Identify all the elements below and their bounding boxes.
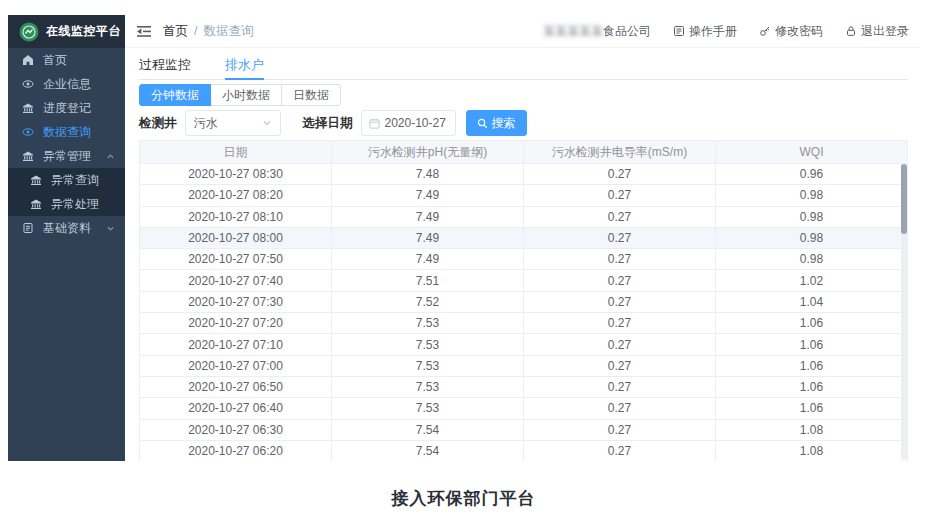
table-row[interactable]: 2020-10-27 06:20 7.54 0.27 1.08 [140, 440, 908, 461]
cell-conductivity: 0.27 [524, 249, 716, 270]
cell-ph: 7.52 [332, 291, 524, 312]
cell-conductivity: 0.27 [524, 206, 716, 227]
cell-conductivity: 0.27 [524, 164, 716, 185]
table-row[interactable]: 2020-10-27 06:50 7.53 0.27 1.06 [140, 376, 908, 397]
cell-ph: 7.51 [332, 270, 524, 291]
table-row[interactable]: 2020-10-27 07:10 7.53 0.27 1.06 [140, 334, 908, 355]
table-row[interactable]: 2020-10-27 08:10 7.49 0.27 0.98 [140, 206, 908, 227]
cell-date: 2020-10-27 06:20 [140, 440, 332, 461]
search-button[interactable]: 搜索 [466, 110, 527, 136]
cell-ph: 7.49 [332, 185, 524, 206]
filter-bar: 检测井 污水 选择日期 2020-10-27 [139, 110, 908, 136]
table-row[interactable]: 2020-10-27 07:30 7.52 0.27 1.04 [140, 291, 908, 312]
table-row[interactable]: 2020-10-27 06:40 7.53 0.27 1.06 [140, 398, 908, 419]
cell-date: 2020-10-27 06:40 [140, 398, 332, 419]
cell-wqi: 1.06 [716, 313, 908, 334]
hour-data-button[interactable]: 小时数据 [210, 84, 282, 106]
cell-ph: 7.48 [332, 164, 524, 185]
date-label: 选择日期 [303, 115, 353, 132]
table-row[interactable]: 2020-10-27 07:20 7.53 0.27 1.06 [140, 313, 908, 334]
well-label: 检测井 [139, 115, 177, 132]
table-row[interactable]: 2020-10-27 07:50 7.49 0.27 0.98 [140, 249, 908, 270]
cell-date: 2020-10-27 08:10 [140, 206, 332, 227]
sidebar-item-basic-data[interactable]: 基础资料 [8, 216, 125, 240]
sidebar-item-exception-query[interactable]: 异常查询 [8, 168, 125, 192]
cell-wqi: 1.02 [716, 270, 908, 291]
table-scrollbar-thumb[interactable] [901, 164, 907, 234]
cell-ph: 7.54 [332, 419, 524, 440]
cell-wqi: 1.04 [716, 291, 908, 312]
sidebar-item-home[interactable]: 首页 [8, 48, 125, 72]
sidebar-item-progress[interactable]: 进度登记 [8, 96, 125, 120]
cell-date: 2020-10-27 07:10 [140, 334, 332, 355]
breadcrumb-separator: / [194, 24, 197, 38]
sidebar-fold-icon[interactable] [137, 25, 151, 38]
cell-wqi: 0.98 [716, 185, 908, 206]
table-row[interactable]: 2020-10-27 08:30 7.48 0.27 0.96 [140, 164, 908, 185]
cell-wqi: 0.98 [716, 249, 908, 270]
cell-wqi: 1.06 [716, 355, 908, 376]
main-area: 首页/数据查询 某某某某某食品公司 操作手册 [125, 15, 919, 461]
tab-drainage-user[interactable]: 排水户 [225, 56, 264, 80]
sidebar-item-data-query[interactable]: 数据查询 [8, 120, 125, 144]
logo-bar: 在线监控平台 [8, 15, 125, 48]
cell-conductivity: 0.27 [524, 419, 716, 440]
sidebar-item-exception-mgmt[interactable]: 异常管理 [8, 144, 125, 168]
column-header-date: 日期 [140, 141, 332, 164]
company-name: 某某某某某食品公司 [543, 23, 651, 40]
home-icon [22, 54, 34, 66]
tabs: 过程监控 排水户 [139, 56, 908, 80]
breadcrumb-current: 数据查询 [203, 24, 253, 38]
date-input[interactable]: 2020-10-27 [361, 110, 456, 136]
search-icon [477, 118, 488, 129]
table-scrollbar-track[interactable] [901, 164, 907, 460]
cell-date: 2020-10-27 08:00 [140, 227, 332, 248]
manual-link[interactable]: 操作手册 [673, 23, 737, 40]
sidebar-item-label: 进度登记 [43, 100, 91, 117]
change-password-label: 修改密码 [775, 23, 823, 40]
cell-conductivity: 0.27 [524, 440, 716, 461]
sidebar-item-label: 首页 [43, 52, 67, 69]
breadcrumb-home[interactable]: 首页 [163, 24, 188, 38]
tab-process-monitoring[interactable]: 过程监控 [139, 56, 191, 80]
breadcrumb: 首页/数据查询 [163, 23, 253, 40]
calendar-icon [369, 118, 380, 129]
table-body: 2020-10-27 08:30 7.48 0.27 0.96 2020-10-… [140, 164, 908, 462]
table-row[interactable]: 2020-10-27 07:00 7.53 0.27 1.06 [140, 355, 908, 376]
manual-label: 操作手册 [689, 23, 737, 40]
app-window: 在线监控平台 首页 企业信息 [8, 15, 919, 461]
cell-wqi: 0.96 [716, 164, 908, 185]
table-row[interactable]: 2020-10-27 06:30 7.54 0.27 1.08 [140, 419, 908, 440]
cell-date: 2020-10-27 06:50 [140, 376, 332, 397]
sidebar: 在线监控平台 首页 企业信息 [8, 15, 125, 461]
granularity-group: 分钟数据 小时数据 日数据 [139, 84, 341, 106]
logout-link[interactable]: 退出登录 [845, 23, 909, 40]
cell-date: 2020-10-27 07:40 [140, 270, 332, 291]
well-select[interactable]: 污水 [185, 110, 281, 136]
day-data-button[interactable]: 日数据 [281, 84, 341, 106]
table-row[interactable]: 2020-10-27 07:40 7.51 0.27 1.02 [140, 270, 908, 291]
cell-wqi: 1.06 [716, 334, 908, 355]
sidebar-item-company-info[interactable]: 企业信息 [8, 72, 125, 96]
cell-ph: 7.53 [332, 334, 524, 355]
cell-ph: 7.49 [332, 249, 524, 270]
cell-ph: 7.49 [332, 227, 524, 248]
sidebar-item-label: 数据查询 [43, 124, 91, 141]
cell-wqi: 1.06 [716, 398, 908, 419]
table-row[interactable]: 2020-10-27 08:00 7.49 0.27 0.98 [140, 227, 908, 248]
cell-date: 2020-10-27 06:30 [140, 419, 332, 440]
data-table: 日期 污水检测井pH(无量纲) 污水检测井电导率(mS/m) WQI 2020-… [139, 140, 908, 461]
table-row[interactable]: 2020-10-27 08:20 7.49 0.27 0.98 [140, 185, 908, 206]
cell-conductivity: 0.27 [524, 398, 716, 419]
column-header-wqi: WQI [716, 141, 908, 164]
cell-conductivity: 0.27 [524, 313, 716, 334]
cell-date: 2020-10-27 08:20 [140, 185, 332, 206]
minute-data-button[interactable]: 分钟数据 [139, 84, 211, 106]
topbar-right: 某某某某某食品公司 操作手册 修改密码 [543, 23, 909, 40]
change-password-link[interactable]: 修改密码 [759, 23, 823, 40]
lock-icon [845, 25, 857, 37]
company-name-masked: 某某某某某 [543, 23, 603, 40]
sidebar-item-exception-handle[interactable]: 异常处理 [8, 192, 125, 216]
sidebar-item-label: 企业信息 [43, 76, 91, 93]
cell-date: 2020-10-27 07:30 [140, 291, 332, 312]
